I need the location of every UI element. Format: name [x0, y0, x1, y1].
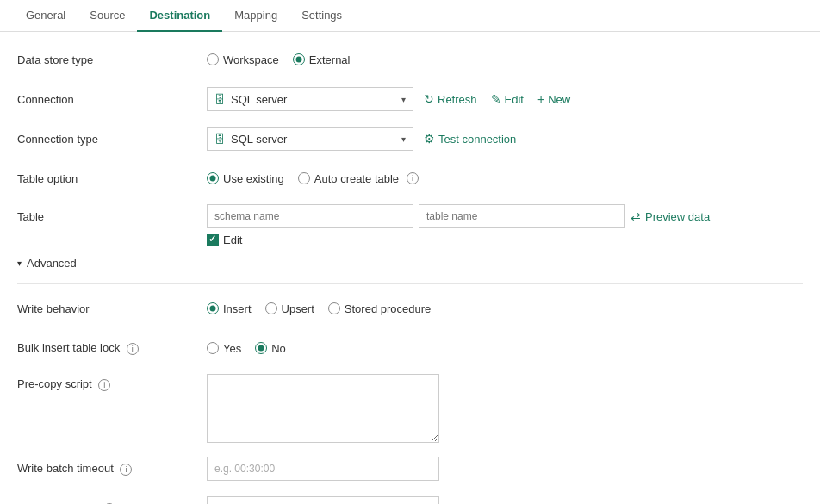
external-radio[interactable]: [293, 53, 305, 65]
tab-bar: General Source Destination Mapping Setti…: [0, 0, 820, 32]
test-connection-label: Test connection: [438, 133, 516, 146]
table-label: Table: [17, 210, 207, 223]
table-controls: ⇄ Preview data: [207, 204, 803, 228]
bulk-insert-row: Bulk insert table lock i Yes No: [17, 334, 803, 362]
use-existing-text: Use existing: [223, 172, 284, 185]
bulk-yes-text: Yes: [223, 342, 241, 355]
workspace-radio[interactable]: [207, 53, 219, 65]
pre-copy-script-textarea[interactable]: [207, 374, 439, 443]
external-radio-text: External: [309, 53, 351, 66]
bulk-yes-radio-label[interactable]: Yes: [207, 342, 241, 355]
preview-data-link[interactable]: ⇄ Preview data: [631, 209, 710, 223]
connection-select[interactable]: 🗄 SQL server ▾: [207, 87, 413, 111]
advanced-chevron-icon: ▾: [17, 258, 22, 268]
connection-type-row: Connection type 🗄 SQL server ▾ ⚙ Test co…: [17, 125, 803, 152]
insert-radio-label[interactable]: Insert: [207, 302, 252, 315]
refresh-button[interactable]: ↻ Refresh: [420, 90, 481, 108]
tab-general[interactable]: General: [14, 0, 78, 32]
write-batch-timeout-input[interactable]: [207, 457, 439, 481]
write-batch-size-controls: [207, 496, 803, 504]
tab-source[interactable]: Source: [78, 0, 137, 32]
tab-settings[interactable]: Settings: [289, 0, 354, 32]
bulk-insert-label: Bulk insert table lock i: [17, 341, 207, 355]
write-batch-timeout-row: Write batch timeout i: [17, 455, 803, 482]
data-store-type-row: Data store type Workspace External: [17, 46, 803, 73]
stored-procedure-text: Stored procedure: [345, 302, 431, 315]
stored-procedure-radio[interactable]: [328, 302, 340, 314]
workspace-radio-text: Workspace: [223, 53, 279, 66]
pre-copy-script-row: Pre-copy script i: [17, 374, 803, 443]
write-batch-timeout-info-icon: i: [120, 464, 132, 476]
bulk-yes-radio[interactable]: [207, 342, 219, 354]
write-batch-size-input[interactable]: [207, 496, 439, 504]
connection-label: Connection: [17, 93, 207, 106]
write-batch-timeout-controls: [207, 457, 803, 481]
schema-name-input[interactable]: [207, 204, 413, 228]
table-option-controls: Use existing Auto create table i: [207, 172, 803, 185]
external-radio-label[interactable]: External: [293, 53, 351, 66]
edit-checkbox-label[interactable]: Edit: [207, 233, 242, 246]
data-store-type-label: Data store type: [17, 53, 207, 66]
chevron-down-icon-2: ▾: [401, 134, 406, 144]
upsert-radio[interactable]: [265, 302, 277, 314]
write-behavior-row: Write behavior Insert Upsert Stored proc…: [17, 295, 803, 322]
write-behavior-controls: Insert Upsert Stored procedure: [207, 302, 803, 315]
advanced-header[interactable]: ▾ Advanced: [17, 252, 803, 275]
use-existing-radio-label[interactable]: Use existing: [207, 172, 284, 185]
upsert-text: Upsert: [282, 302, 314, 315]
edit-label: Edit: [505, 93, 524, 106]
preview-data-label: Preview data: [645, 210, 710, 223]
use-existing-radio[interactable]: [207, 172, 219, 184]
chevron-down-icon: ▾: [401, 95, 406, 104]
bulk-no-radio[interactable]: [255, 342, 267, 354]
auto-create-radio-label[interactable]: Auto create table i: [298, 172, 419, 185]
pre-copy-info-icon: i: [98, 379, 110, 391]
table-option-row: Table option Use existing Auto create ta…: [17, 165, 803, 192]
edit-checkbox[interactable]: [207, 234, 219, 246]
plus-icon: +: [537, 92, 544, 106]
new-button[interactable]: + New: [534, 90, 574, 108]
table-row: Table ⇄ Preview data Edit: [17, 204, 803, 246]
bulk-insert-info-icon: i: [127, 343, 139, 355]
insert-text: Insert: [223, 302, 252, 315]
bulk-no-text: No: [271, 342, 286, 355]
insert-radio[interactable]: [207, 302, 219, 314]
main-content: Data store type Workspace External Conne…: [0, 32, 820, 504]
tab-mapping[interactable]: Mapping: [222, 0, 289, 32]
table-option-label: Table option: [17, 172, 207, 185]
connection-type-label: Connection type: [17, 133, 207, 146]
write-behavior-label: Write behavior: [17, 302, 207, 315]
auto-create-text: Auto create table: [314, 172, 399, 185]
preview-data-icon: ⇄: [631, 209, 641, 223]
write-batch-size-row: Write batch size i: [17, 495, 803, 504]
connection-row: Connection 🗄 SQL server ▾ ↻ Refresh ✎ Ed…: [17, 85, 803, 113]
test-connection-icon: ⚙: [424, 132, 435, 146]
db-icon: 🗄: [214, 93, 226, 106]
refresh-icon: ↻: [424, 92, 434, 106]
new-label: New: [548, 93, 570, 106]
db-icon-2: 🗄: [214, 133, 226, 146]
edit-button[interactable]: ✎ Edit: [488, 90, 527, 108]
workspace-radio-label[interactable]: Workspace: [207, 53, 279, 66]
write-batch-timeout-label: Write batch timeout i: [17, 462, 207, 476]
upsert-radio-label[interactable]: Upsert: [265, 302, 314, 315]
auto-create-info-icon: i: [407, 172, 419, 184]
table-name-input[interactable]: [419, 204, 625, 228]
connection-controls: 🗄 SQL server ▾ ↻ Refresh ✎ Edit + New: [207, 87, 803, 111]
stored-procedure-radio-label[interactable]: Stored procedure: [328, 302, 431, 315]
advanced-label: Advanced: [27, 257, 77, 270]
data-store-type-controls: Workspace External: [207, 53, 803, 66]
connection-type-controls: 🗄 SQL server ▾ ⚙ Test connection: [207, 127, 803, 151]
pre-copy-script-controls: [207, 374, 803, 443]
pre-copy-script-label: Pre-copy script i: [17, 374, 207, 391]
refresh-label: Refresh: [438, 93, 477, 106]
auto-create-radio[interactable]: [298, 172, 310, 184]
tab-destination[interactable]: Destination: [137, 0, 222, 32]
advanced-divider: [17, 283, 803, 284]
connection-type-value: SQL server: [231, 133, 396, 146]
connection-type-select[interactable]: 🗄 SQL server ▾: [207, 127, 413, 151]
connection-select-value: SQL server: [231, 93, 396, 106]
edit-checkbox-text: Edit: [223, 233, 242, 246]
bulk-no-radio-label[interactable]: No: [255, 342, 286, 355]
test-connection-button[interactable]: ⚙ Test connection: [420, 130, 519, 147]
